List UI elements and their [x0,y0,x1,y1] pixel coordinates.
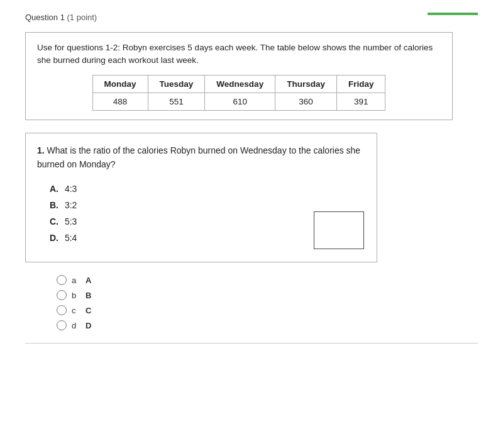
page-divider [25,343,478,344]
cell-monday: 488 [92,92,148,110]
radio-c-letter: c [72,306,79,315]
radio-d-label: D [86,321,91,330]
points-label: (1 point) [67,13,97,22]
radio-a[interactable] [57,275,67,285]
question-header: Question 1 (1 point) [25,13,478,22]
radio-b-letter: b [72,291,79,300]
choice-d-value: 5:4 [65,233,77,243]
radio-c-label: C [86,306,91,315]
cell-tuesday: 551 [148,92,205,110]
question-text: 1. What is the ratio of the calories Rob… [37,143,365,172]
choice-a-letter: A. [50,184,58,194]
radio-d[interactable] [57,320,67,330]
choice-b: B. 3:2 [50,200,365,210]
radio-b[interactable] [57,290,67,300]
radio-a-label: A [86,276,91,285]
question-label: Question 1 [25,13,65,22]
choice-d-letter: D. [50,233,58,243]
radio-row-b: b B [57,290,478,300]
col-header-wednesday: Wednesday [205,75,275,92]
choice-b-letter: B. [50,200,58,210]
data-table: Monday Tuesday Wednesday Thursday Friday… [92,75,386,111]
choice-a: A. 4:3 [50,184,365,194]
col-header-thursday: Thursday [275,75,337,92]
info-text: Use for questions 1-2: Robyn exercises 5… [37,42,441,67]
choice-a-value: 4:3 [65,184,77,194]
choice-b-value: 3:2 [65,200,77,210]
cell-wednesday: 610 [205,92,275,110]
choice-c-value: 5:3 [65,216,77,227]
radio-row-a: a A [57,275,478,285]
col-header-friday: Friday [336,75,385,92]
col-header-monday: Monday [92,75,148,92]
question-number: 1. [37,145,45,155]
question-box: 1. What is the ratio of the calories Rob… [25,133,377,263]
radio-b-label: B [86,291,91,300]
radio-options: a A b B c C d D [57,275,478,330]
answer-box [314,211,364,249]
choice-c-letter: C. [50,216,58,227]
cell-thursday: 360 [275,92,337,110]
radio-row-c: c C [57,305,478,315]
info-box: Use for questions 1-2: Robyn exercises 5… [25,32,453,120]
question-body: What is the ratio of the calories Robyn … [37,145,360,169]
radio-a-letter: a [72,276,79,285]
radio-c[interactable] [57,305,67,315]
radio-d-letter: d [72,321,79,330]
col-header-tuesday: Tuesday [148,75,205,92]
radio-row-d: d D [57,320,478,330]
cell-friday: 391 [336,92,385,110]
